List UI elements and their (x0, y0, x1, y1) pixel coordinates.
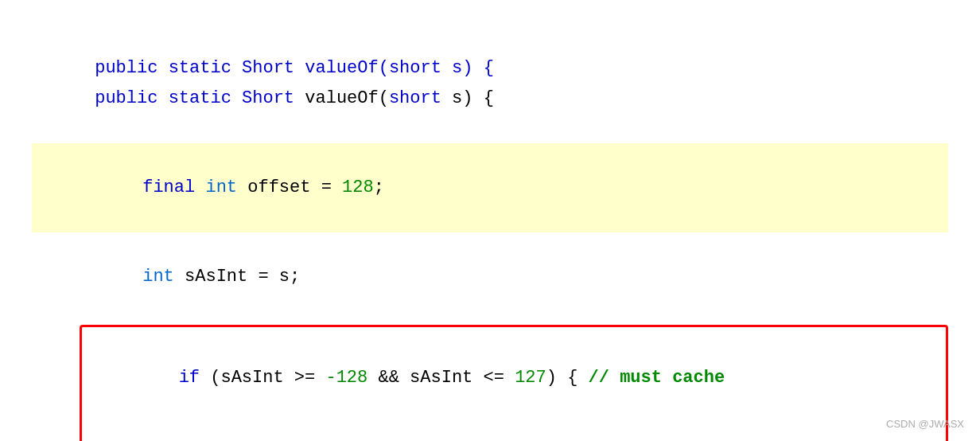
line-1: public static Short valueOf(short s) { p… (32, 24, 948, 143)
red-box-if-block: if (sAsInt >= -128 && sAsInt <= 127) { /… (80, 325, 948, 441)
keyword-int-1: int (205, 178, 237, 197)
if-brace: ) { (546, 368, 589, 388)
keyword-public: public static Short valueOf(short s) { (95, 58, 494, 78)
keyword-final: final (142, 178, 195, 197)
line2-rest: offset = (237, 178, 342, 197)
watermark: CSDN @JWASX (886, 418, 964, 430)
return-cache-line: return ShortCache.cache[sAsInt + offset]… (95, 423, 933, 441)
line1-full: public static Short valueOf(short s) { (95, 88, 494, 108)
if-condition-start: (sAsInt >= (200, 368, 325, 388)
line3-rest: sAsInt = s; (174, 267, 300, 287)
keyword-if: if (179, 368, 200, 388)
number-128: 128 (342, 178, 374, 197)
code-block: public static Short valueOf(short s) { p… (32, 24, 948, 441)
if-line: if (sAsInt >= -128 && sAsInt <= 127) { /… (95, 334, 933, 423)
keyword-int-2: int (142, 267, 174, 287)
number-neg128: -128 (325, 368, 368, 388)
code-container: public static Short valueOf(short s) { p… (0, 0, 980, 441)
line2-semicolon: ; (374, 178, 384, 197)
comment-must-cache: // must cache (589, 368, 725, 388)
line-2-highlighted: final int offset = 128; (32, 143, 948, 232)
if-condition-mid: && sAsInt <= (368, 368, 515, 388)
line-3: int sAsInt = s; (32, 232, 948, 322)
number-127: 127 (515, 368, 546, 388)
